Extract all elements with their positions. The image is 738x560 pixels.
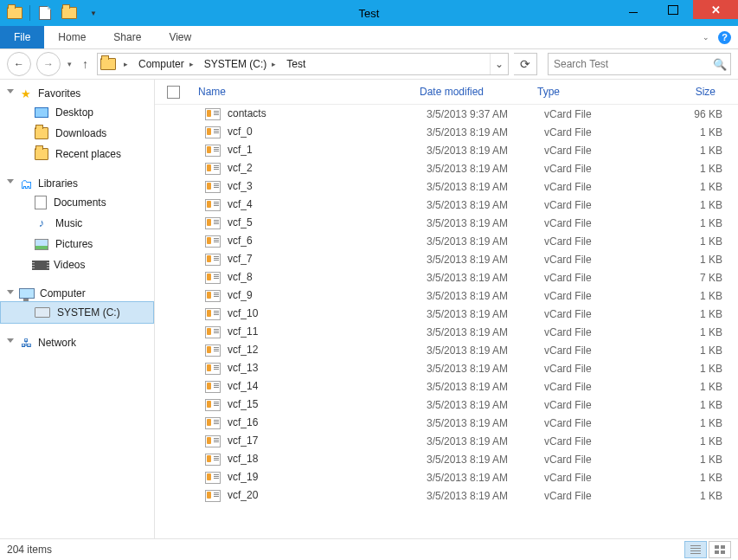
file-row[interactable]: vcf_183/5/2013 8:19 AMvCard File1 KB: [155, 450, 738, 468]
view-largeicons-button[interactable]: [709, 541, 731, 558]
file-row[interactable]: vcf_143/5/2013 8:19 AMvCard File1 KB: [155, 377, 738, 396]
file-name-cell[interactable]: vcf_16: [198, 416, 420, 429]
search-box[interactable]: 🔍: [548, 53, 731, 75]
column-header-date[interactable]: Date modified: [413, 86, 530, 98]
tree-item-desktop[interactable]: Desktop: [0, 102, 154, 123]
file-row[interactable]: vcf_63/5/2013 8:19 AMvCard File1 KB: [155, 232, 738, 250]
file-row[interactable]: vcf_133/5/2013 8:19 AMvCard File1 KB: [155, 359, 738, 377]
window-icon[interactable]: [5, 3, 24, 23]
tree-network[interactable]: 🖧Network: [0, 334, 154, 351]
tab-file[interactable]: File: [0, 26, 44, 48]
tree-item-videos[interactable]: Videos: [0, 254, 154, 275]
file-name-cell[interactable]: vcf_11: [198, 325, 420, 338]
close-button[interactable]: ✕: [693, 0, 738, 19]
tree-item-documents[interactable]: Documents: [0, 192, 154, 213]
file-row[interactable]: vcf_203/5/2013 8:19 AMvCard File1 KB: [155, 486, 738, 505]
address-bar[interactable]: ▸ Computer▸ SYSTEM (C:)▸ Test ⌄: [97, 53, 509, 75]
file-row[interactable]: vcf_33/5/2013 8:19 AMvCard File1 KB: [155, 177, 738, 196]
tree-computer[interactable]: Computer: [0, 286, 154, 301]
file-row[interactable]: vcf_123/5/2013 8:19 AMvCard File1 KB: [155, 341, 738, 359]
file-date-cell: 3/5/2013 8:19 AM: [420, 235, 537, 248]
refresh-button[interactable]: ⟳: [514, 53, 537, 75]
column-header-checkbox[interactable]: [155, 86, 191, 99]
qat-newfolder-button[interactable]: [60, 3, 79, 23]
tab-home[interactable]: Home: [44, 26, 99, 48]
history-dropdown[interactable]: ▾: [66, 60, 74, 68]
file-row[interactable]: vcf_73/5/2013 8:19 AMvCard File1 KB: [155, 250, 738, 268]
address-history-button[interactable]: ⌄: [490, 54, 508, 74]
tab-view[interactable]: View: [155, 26, 205, 48]
file-name-cell[interactable]: vcf_13: [198, 362, 420, 375]
file-name-cell[interactable]: contacts: [198, 107, 420, 120]
file-row[interactable]: vcf_163/5/2013 8:19 AMvCard File1 KB: [155, 414, 738, 432]
file-row[interactable]: vcf_173/5/2013 8:19 AMvCard File1 KB: [155, 432, 738, 450]
document-icon: [39, 6, 51, 20]
help-button[interactable]: ?: [718, 31, 731, 44]
breadcrumb-computer[interactable]: Computer▸: [133, 58, 199, 70]
file-name-cell[interactable]: vcf_20: [198, 489, 420, 502]
file-name-cell[interactable]: vcf_12: [198, 344, 420, 357]
file-name-cell[interactable]: vcf_5: [198, 216, 420, 229]
file-type-cell: vCard File: [537, 290, 646, 302]
back-button[interactable]: ←: [7, 52, 31, 76]
file-type-cell: vCard File: [537, 435, 646, 447]
file-name-cell[interactable]: vcf_15: [198, 398, 420, 411]
up-button[interactable]: ↑: [79, 57, 92, 71]
file-name-cell[interactable]: vcf_0: [198, 126, 420, 138]
file-name-cell[interactable]: vcf_9: [198, 289, 420, 302]
tree-item-music[interactable]: ♪Music: [0, 213, 154, 234]
file-row[interactable]: vcf_23/5/2013 8:19 AMvCard File1 KB: [155, 159, 738, 177]
search-icon[interactable]: 🔍: [709, 58, 730, 71]
column-header-name[interactable]: Name: [191, 86, 413, 98]
file-row[interactable]: vcf_53/5/2013 8:19 AMvCard File1 KB: [155, 214, 738, 232]
file-row[interactable]: vcf_93/5/2013 8:19 AMvCard File1 KB: [155, 286, 738, 305]
file-name-cell[interactable]: vcf_19: [198, 471, 420, 484]
file-name-cell[interactable]: vcf_8: [198, 271, 420, 284]
tree-item-pictures[interactable]: Pictures: [0, 234, 154, 254]
tree-libraries[interactable]: 🗂Libraries: [0, 175, 154, 192]
breadcrumb-root-caret[interactable]: ▸: [119, 60, 133, 68]
file-row[interactable]: contacts3/5/2013 9:37 AMvCard File96 KB: [155, 105, 738, 123]
ribbon-collapse-button[interactable]: ⌄: [703, 33, 709, 42]
view-details-button[interactable]: [684, 541, 707, 558]
file-name-cell[interactable]: vcf_10: [198, 307, 420, 320]
tree-item-system-drive[interactable]: SYSTEM (C:): [0, 301, 154, 324]
file-row[interactable]: vcf_83/5/2013 8:19 AMvCard File7 KB: [155, 268, 738, 286]
file-name-cell[interactable]: vcf_17: [198, 434, 420, 447]
file-name: vcf_5: [228, 216, 253, 229]
file-name-cell[interactable]: vcf_4: [198, 198, 420, 211]
column-header-type[interactable]: Type: [530, 86, 639, 98]
file-date-cell: 3/5/2013 8:19 AM: [420, 126, 537, 138]
breadcrumb-drive[interactable]: SYSTEM (C:)▸: [199, 58, 282, 70]
search-input[interactable]: [549, 58, 709, 70]
file-row[interactable]: vcf_43/5/2013 8:19 AMvCard File1 KB: [155, 196, 738, 214]
qat-properties-button[interactable]: [35, 3, 55, 23]
tree-favorites[interactable]: ★Favorites: [0, 85, 154, 102]
file-name-cell[interactable]: vcf_7: [198, 253, 420, 266]
file-name-cell[interactable]: vcf_6: [198, 235, 420, 248]
file-name-cell[interactable]: vcf_3: [198, 180, 420, 193]
file-row[interactable]: vcf_03/5/2013 8:19 AMvCard File1 KB: [155, 123, 738, 141]
qat-customize-button[interactable]: ▼: [84, 3, 103, 23]
file-row[interactable]: vcf_153/5/2013 8:19 AMvCard File1 KB: [155, 396, 738, 414]
file-name-cell[interactable]: vcf_2: [198, 162, 420, 175]
file-row[interactable]: vcf_13/5/2013 8:19 AMvCard File1 KB: [155, 141, 738, 159]
tab-share[interactable]: Share: [99, 26, 155, 48]
file-row[interactable]: vcf_113/5/2013 8:19 AMvCard File1 KB: [155, 323, 738, 341]
file-row[interactable]: vcf_193/5/2013 8:19 AMvCard File1 KB: [155, 468, 738, 486]
tree-item-recent[interactable]: Recent places: [0, 144, 154, 164]
forward-button[interactable]: →: [36, 52, 61, 76]
file-name-cell[interactable]: vcf_14: [198, 380, 420, 393]
minimize-button[interactable]: [613, 0, 653, 19]
maximize-button[interactable]: [653, 0, 693, 19]
file-list[interactable]: contacts3/5/2013 9:37 AMvCard File96 KBv…: [155, 105, 738, 538]
file-name-cell[interactable]: vcf_18: [198, 453, 420, 466]
file-size-cell: 1 KB: [646, 290, 729, 302]
navigation-pane[interactable]: ★Favorites Desktop Downloads Recent plac…: [0, 80, 155, 538]
file-row[interactable]: vcf_103/5/2013 8:19 AMvCard File1 KB: [155, 305, 738, 323]
tree-item-downloads[interactable]: Downloads: [0, 123, 154, 144]
address-icon[interactable]: [98, 58, 119, 70]
breadcrumb-folder[interactable]: Test: [281, 58, 311, 70]
column-header-size[interactable]: Size: [639, 86, 722, 98]
file-name-cell[interactable]: vcf_1: [198, 144, 420, 157]
